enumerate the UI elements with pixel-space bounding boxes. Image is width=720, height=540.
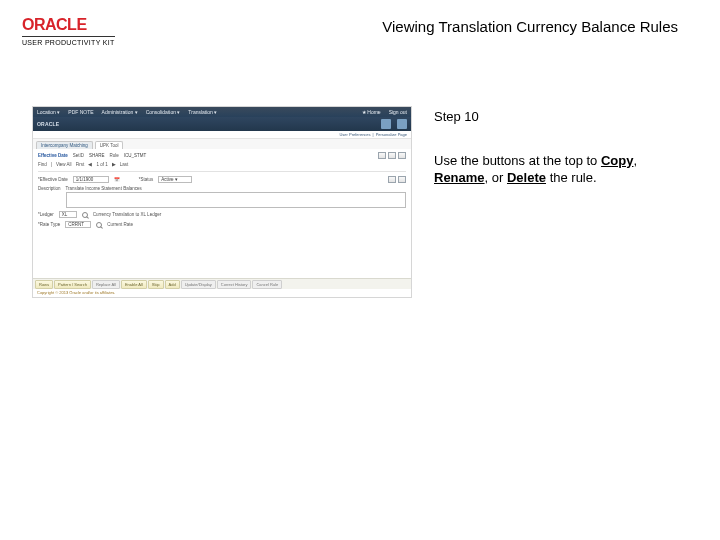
calendar-icon: 📅	[114, 177, 120, 182]
last-link: Last	[120, 162, 129, 167]
effective-date-heading: Effective Date	[38, 153, 68, 158]
ledger-label: *Ledger	[38, 212, 54, 217]
rate-label: *Rate Type	[38, 222, 60, 227]
instr-copy: Copy	[601, 153, 634, 168]
tab-upk: UPK Tool	[95, 141, 124, 149]
status-label: *Status	[139, 177, 154, 182]
step-label: Step 10	[434, 108, 692, 126]
search-icon	[82, 212, 88, 218]
btab-replace: Replace All	[92, 280, 120, 289]
btab-enable: Enable All	[121, 280, 147, 289]
signout-link: Sign out	[389, 109, 407, 115]
app-brand-bar: ORACLE	[33, 117, 411, 131]
ledger-field: XL	[59, 211, 77, 218]
user-prefs-link: User Preferences	[339, 132, 370, 137]
toolbar-icon	[397, 119, 407, 129]
rate-hint: Current Rate	[107, 222, 133, 227]
translation-menu: Translation ▾	[188, 109, 217, 115]
ledger-hint: Currency Translation to XL Ledger	[93, 212, 161, 217]
app-subnav: User Preferences | Personalize Page	[33, 131, 411, 139]
rename-button-icon	[388, 152, 396, 159]
rule-label: Rule	[110, 153, 119, 158]
rule-value: ICU_STMT	[124, 153, 147, 158]
add-row-icon	[388, 176, 396, 183]
instr-rename: Rename	[434, 170, 485, 185]
admin-menu: Administration ▾	[102, 109, 138, 115]
btab-cancel: Cancel Rule	[252, 280, 282, 289]
description-value: Translate Income Statement Balances	[66, 186, 406, 191]
app-top-bar: Location ▾ PDF NOTE Administration ▾ Con…	[33, 107, 411, 117]
effdate-label: *Effective Date	[38, 177, 68, 182]
description-label: Description	[38, 186, 61, 191]
btab-rows: Rows	[35, 280, 53, 289]
effdate-field: 1/1/1900	[73, 176, 109, 183]
btab-update: Update/Display	[181, 280, 216, 289]
setid-value: SHARE	[89, 153, 105, 158]
btab-correct: Correct History	[217, 280, 252, 289]
btab-skip: Skip	[148, 280, 164, 289]
app-tabs: Intercompany Matching UPK Tool	[33, 139, 411, 149]
instr-delete: Delete	[507, 170, 546, 185]
home-link: ★ Home	[362, 109, 381, 115]
screenshot-footer: Copyright © 2013 Oracle and/or its affil…	[33, 289, 411, 297]
first-link: First	[76, 162, 85, 167]
pager-row: Find | View All First ◀ 1 of 1 ▶ Last	[38, 162, 406, 167]
instr-c1: ,	[633, 153, 637, 168]
app-brand: ORACLE	[37, 121, 59, 127]
location-menu: Location ▾	[37, 109, 60, 115]
find-link: Find	[38, 162, 47, 167]
brand-subtitle: USER PRODUCTIVITY KIT	[22, 36, 115, 46]
del-row-icon	[398, 176, 406, 183]
rate-field: CRRNT	[65, 221, 91, 228]
consol-menu: Consolidation ▾	[146, 109, 181, 115]
instr-prefix: Use the buttons at the top to	[434, 153, 601, 168]
tab-intercompany: Intercompany Matching	[36, 141, 93, 149]
btab-add: Add	[165, 280, 180, 289]
personalize-link: Personalize Page	[376, 132, 407, 137]
status-field: Active ▾	[158, 176, 192, 183]
toolbar-icon	[381, 119, 391, 129]
embedded-screenshot: Location ▾ PDF NOTE Administration ▾ Con…	[32, 106, 412, 298]
btab-pattern: Pattern / Search	[54, 280, 91, 289]
instruction-panel: Step 10 Use the buttons at the top to Co…	[434, 106, 702, 298]
pdf-note: PDF NOTE	[68, 109, 93, 115]
viewall-link: View All	[56, 162, 72, 167]
instr-suffix: the rule.	[546, 170, 597, 185]
brand-logo: ORACLE USER PRODUCTIVITY KIT	[22, 16, 115, 46]
bottom-tab-bar: Rows Pattern / Search Replace All Enable…	[33, 278, 411, 289]
delete-button-icon	[398, 152, 406, 159]
copy-button-icon	[378, 152, 386, 159]
description-field	[66, 192, 406, 208]
search-icon	[96, 222, 102, 228]
page-title: Viewing Translation Currency Balance Rul…	[382, 16, 698, 35]
brand-name: ORACLE	[22, 16, 115, 34]
pager-position: 1 of 1	[96, 162, 107, 167]
instruction-text: Use the buttons at the top to Copy, Rena…	[434, 152, 692, 187]
setid-label: SetID	[73, 153, 84, 158]
instr-c2: , or	[485, 170, 507, 185]
